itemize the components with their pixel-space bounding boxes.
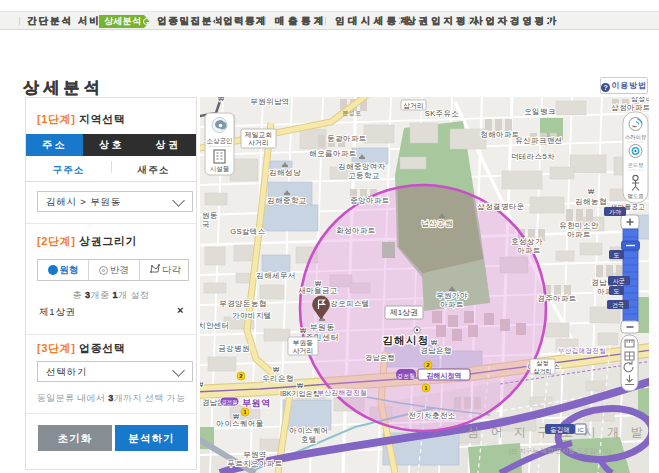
svg-text:시설물: 시설물 — [210, 165, 230, 172]
svg-text:GS칼텍스: GS칼텍스 — [230, 227, 265, 236]
svg-text:경남은행: 경남은행 — [365, 354, 395, 362]
svg-text:치안센터: 치안센터 — [200, 321, 230, 330]
svg-text:제일교회: 제일교회 — [244, 131, 272, 138]
svg-text:부원위남역: 부원위남역 — [250, 97, 290, 106]
svg-text:사거리: 사거리 — [293, 347, 313, 354]
svg-text:해오름아파트: 해오름아파트 — [309, 149, 356, 158]
svg-text:사거리: 사거리 — [248, 139, 268, 146]
svg-text:전기차충전소: 전기차충전소 — [408, 411, 455, 420]
svg-text:IBK기업은행: IBK기업은행 — [280, 390, 320, 398]
svg-text:고등학교: 고등학교 — [348, 171, 380, 180]
svg-text:부경양돈농협: 부경양돈농협 — [219, 299, 266, 308]
svg-text:김해시청: 김해시청 — [383, 334, 430, 346]
svg-text:삼정결명타운: 삼정결명타운 — [477, 202, 524, 211]
svg-text:김해중앙여자: 김해중앙여자 — [338, 162, 385, 171]
svg-text:우리은행: 우리은행 — [262, 374, 294, 383]
svg-text:김해시청역: 김해시청역 — [427, 372, 462, 380]
svg-text:유한미소안: 유한미소안 — [559, 221, 599, 230]
svg-text:삼거리: 삼거리 — [403, 102, 423, 109]
svg-text:경남은행: 경남은행 — [420, 346, 452, 355]
svg-text:₩: ₩ — [431, 339, 438, 346]
svg-text:국: 국 — [202, 220, 210, 229]
svg-text:원동: 원동 — [202, 211, 218, 220]
svg-text:소상공인: 소상공인 — [207, 137, 233, 145]
svg-text:맵도움: 맵도움 — [627, 193, 643, 199]
svg-text:가야: 가야 — [609, 209, 621, 215]
svg-text:유신파크맨션: 유신파크맨션 — [515, 136, 562, 145]
svg-text:경주아파트: 경주아파트 — [537, 294, 577, 303]
svg-text:부원가야: 부원가야 — [436, 291, 468, 300]
svg-text:화성아파트: 화성아파트 — [336, 226, 376, 235]
svg-text:넘산공원: 넘산공원 — [421, 219, 453, 228]
svg-text:제1상권: 제1상권 — [390, 308, 418, 317]
svg-text:아파트: 아파트 — [440, 300, 464, 309]
svg-text:삼정아파트: 삼정아파트 — [611, 103, 649, 112]
svg-text:₩: ₩ — [315, 280, 322, 287]
svg-text:새마을금고: 새마을금고 — [298, 286, 338, 295]
svg-text:금강병원: 금강병원 — [218, 344, 250, 353]
svg-text:강오피스텔: 강오피스텔 — [330, 299, 370, 308]
svg-text:경전철: 경전철 — [221, 399, 238, 406]
svg-text:오일뱅크: 오일뱅크 — [524, 107, 556, 116]
svg-text:가야비지텔: 가야비지텔 — [232, 311, 272, 320]
svg-text:김해농협: 김해농협 — [575, 197, 607, 206]
svg-text:호성상가: 호성상가 — [511, 237, 543, 246]
svg-text:IC: IC — [578, 427, 585, 433]
svg-text:삼정: 삼정 — [537, 360, 549, 367]
svg-text:₩: ₩ — [297, 382, 304, 389]
svg-text:삼거리: 삼거리 — [534, 368, 552, 374]
svg-text:SK주유소: SK주유소 — [425, 109, 460, 118]
svg-text:₩: ₩ — [300, 327, 307, 334]
svg-text:스카이뷰: 스카이뷰 — [625, 134, 647, 140]
svg-text:₩: ₩ — [218, 97, 225, 102]
svg-text:분성로: 분성로 — [342, 110, 361, 117]
svg-text:(본 지구는 예정/공사중 도로입니다): (본 지구는 예정/공사중 도로입니다) — [509, 447, 612, 455]
svg-text:부산김해경전철: 부산김해경전철 — [317, 389, 367, 397]
svg-text:푸르지오아파트: 푸르지오아파트 — [227, 459, 282, 468]
svg-text:동김해: 동김해 — [550, 426, 570, 433]
svg-text:김해중학교: 김해중학교 — [267, 196, 307, 205]
svg-text:아이스퀘어: 아이스퀘어 — [289, 426, 329, 435]
svg-text:아이스퀘어몰: 아이스퀘어몰 — [216, 419, 263, 428]
svg-text:김해세무서: 김해세무서 — [256, 271, 296, 280]
svg-text:부산김해경전철: 부산김해경전철 — [558, 347, 606, 355]
svg-text:동광아파트: 동광아파트 — [327, 134, 367, 143]
svg-text:더테라스5차: 더테라스5차 — [511, 152, 555, 161]
svg-text:₩: ₩ — [273, 366, 280, 373]
svg-text:중앙아파트: 중앙아파트 — [350, 196, 390, 205]
svg-text:로드뷰: 로드뷰 — [627, 162, 643, 168]
svg-text:호텔: 호텔 — [301, 435, 317, 444]
svg-text:아파트: 아파트 — [517, 246, 541, 255]
svg-text:부원동: 부원동 — [293, 339, 314, 346]
svg-text:사군: 사군 — [613, 278, 625, 284]
svg-text:청해아파트: 청해아파트 — [480, 130, 520, 139]
svg-text:도: 도 — [614, 252, 620, 258]
svg-text:김해성당: 김해성당 — [269, 168, 301, 177]
svg-text:부원역: 부원역 — [243, 450, 267, 459]
svg-text:부원동: 부원동 — [309, 323, 334, 332]
svg-text:경전철: 경전철 — [397, 373, 415, 380]
svg-text:₩: ₩ — [588, 188, 595, 195]
svg-text:건국: 건국 — [612, 302, 624, 308]
svg-text:아파트: 아파트 — [567, 230, 591, 239]
svg-text:도: 도 — [614, 288, 620, 294]
svg-text:부원역: 부원역 — [242, 398, 271, 408]
svg-text:₩: ₩ — [233, 413, 240, 420]
